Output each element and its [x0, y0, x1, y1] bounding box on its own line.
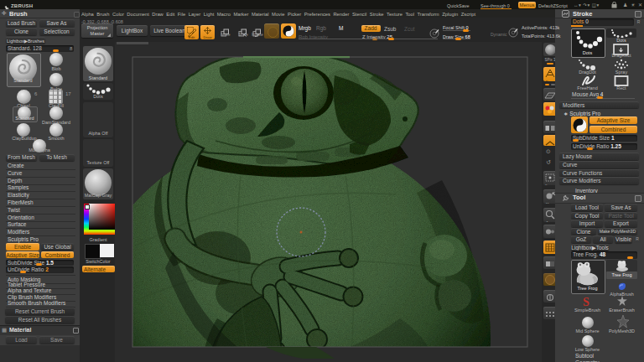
- svg-text:Edit: Edit: [188, 35, 195, 39]
- svg-text:Draw: Draw: [203, 35, 212, 39]
- svg-text:S: S: [583, 296, 589, 308]
